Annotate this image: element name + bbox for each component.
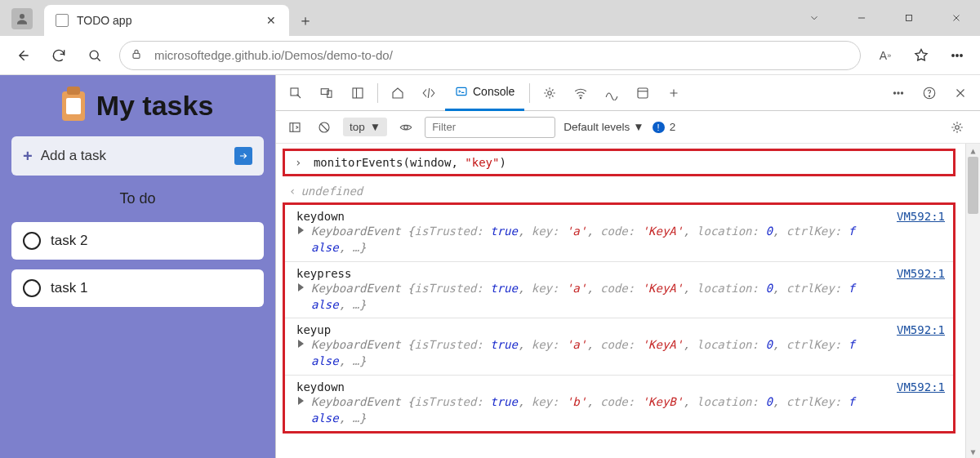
event-object[interactable]: KeyboardEvent {isTrusted: true, key: 'a'… <box>296 223 945 256</box>
devtools-help-icon[interactable] <box>915 78 944 108</box>
scroll-thumb[interactable] <box>968 157 978 214</box>
refresh-button[interactable] <box>42 39 75 72</box>
console-sidebar-toggle-icon[interactable] <box>284 113 305 142</box>
devtools-close-icon[interactable] <box>946 78 975 108</box>
svg-point-23 <box>956 125 960 129</box>
chevron-down-icon: ▼ <box>370 121 381 133</box>
svg-point-2 <box>90 51 98 59</box>
clear-console-icon[interactable] <box>314 113 335 142</box>
source-link[interactable]: VM592:1 <box>897 267 945 280</box>
chevron-down-icon: ▼ <box>633 121 644 133</box>
event-name: keydown <box>296 380 345 394</box>
scroll-up-icon[interactable]: ▲ <box>966 144 980 157</box>
issues-badge-icon: ! <box>653 122 665 133</box>
window-close-icon[interactable] <box>933 0 980 36</box>
task-checkbox[interactable] <box>23 232 41 250</box>
event-object[interactable]: KeyboardEvent {isTrusted: true, key: 'b'… <box>296 394 945 427</box>
window-maximize-icon[interactable] <box>885 0 933 36</box>
svg-point-13 <box>581 97 582 99</box>
console-command-row[interactable]: › monitorEvents(window, "key") <box>283 149 956 176</box>
back-button[interactable] <box>7 39 39 72</box>
console-settings-icon[interactable] <box>942 113 972 142</box>
svg-point-4 <box>952 54 955 56</box>
page-title: My tasks <box>11 90 264 122</box>
issues-button[interactable]: ! 2 <box>653 121 676 133</box>
devtools-panel: Console top ▼ Default levels <box>275 75 980 458</box>
devtools-more-icon[interactable] <box>884 78 913 108</box>
window-chevron-icon[interactable] <box>791 0 838 36</box>
add-task-input[interactable]: + Add a task <box>11 136 264 176</box>
scroll-down-icon[interactable]: ▼ <box>966 445 980 458</box>
expand-icon[interactable] <box>298 283 304 291</box>
command-text: monitorEvents(window, "key") <box>314 156 506 169</box>
svg-point-5 <box>956 54 959 56</box>
application-icon[interactable] <box>628 78 657 108</box>
svg-rect-14 <box>638 88 648 98</box>
scrollbar[interactable]: ▲ ▼ <box>965 144 980 458</box>
add-task-label: Add a task <box>41 148 106 164</box>
expand-icon[interactable] <box>298 340 304 348</box>
event-object[interactable]: KeyboardEvent {isTrusted: true, key: 'a'… <box>296 280 945 313</box>
device-toggle-icon[interactable] <box>312 78 341 108</box>
dock-icon[interactable] <box>343 78 372 108</box>
tab-close-icon[interactable]: ✕ <box>263 14 279 27</box>
console-tab-label: Console <box>473 85 514 98</box>
svg-point-6 <box>960 54 963 56</box>
log-levels-selector[interactable]: Default levels ▼ <box>564 121 644 133</box>
new-tab-button[interactable]: ＋ <box>289 5 322 36</box>
console-log-row[interactable]: keydown VM592:1 KeyboardEvent {isTrusted… <box>285 205 953 262</box>
browser-tab[interactable]: TODO app ✕ <box>44 5 289 36</box>
event-object[interactable]: KeyboardEvent {isTrusted: true, key: 'a'… <box>296 336 945 370</box>
live-expression-icon[interactable] <box>395 113 416 142</box>
webpage: My tasks + Add a task To do task 2 task … <box>0 75 275 458</box>
svg-point-22 <box>404 125 408 129</box>
source-link[interactable]: VM592:1 <box>897 323 945 336</box>
welcome-icon[interactable] <box>383 78 412 108</box>
more-menu-button[interactable] <box>941 39 973 72</box>
svg-rect-10 <box>353 88 363 98</box>
console-log-row[interactable]: keydown VM592:1 KeyboardEvent {isTrusted… <box>285 376 953 432</box>
titlebar: TODO app ✕ ＋ <box>0 0 980 36</box>
elements-icon[interactable] <box>414 78 443 108</box>
address-bar[interactable]: microsoftedge.github.io/Demos/demo-to-do… <box>119 41 861 70</box>
plus-icon: + <box>23 147 33 166</box>
undefined-label: undefined <box>301 185 363 198</box>
svg-point-17 <box>901 91 902 93</box>
section-header: To do <box>11 190 264 207</box>
inspect-icon[interactable] <box>281 78 310 108</box>
add-task-submit-icon[interactable] <box>234 147 252 165</box>
source-link[interactable]: VM592:1 <box>897 380 945 394</box>
lock-icon <box>130 47 143 63</box>
expand-icon[interactable] <box>298 397 304 405</box>
console-log-row[interactable]: keyup VM592:1 KeyboardEvent {isTrusted: … <box>285 318 953 376</box>
search-button[interactable] <box>78 39 111 72</box>
clipboard-icon <box>62 91 85 121</box>
profile-avatar[interactable] <box>11 8 33 29</box>
network-icon[interactable] <box>566 78 595 108</box>
task-row[interactable]: task 1 <box>11 269 264 307</box>
performance-icon[interactable] <box>597 78 626 108</box>
main-split: My tasks + Add a task To do task 2 task … <box>0 75 980 458</box>
console-log-row[interactable]: keypress VM592:1 KeyboardEvent {isTruste… <box>285 262 953 319</box>
window-minimize-icon[interactable] <box>838 0 885 36</box>
task-list: task 2 task 1 <box>11 222 264 317</box>
task-row[interactable]: task 2 <box>11 222 264 260</box>
read-aloud-button[interactable]: A» <box>869 39 902 72</box>
filter-input[interactable] <box>425 117 555 138</box>
return-icon: ‹ <box>289 185 296 198</box>
console-filter-bar: top ▼ Default levels ▼ ! 2 <box>276 111 980 144</box>
url-text: microsoftedge.github.io/Demos/demo-to-do… <box>154 48 393 62</box>
task-checkbox[interactable] <box>23 279 41 297</box>
context-selector[interactable]: top ▼ <box>343 118 387 136</box>
tab-title: TODO app <box>77 14 131 27</box>
sources-icon[interactable] <box>535 78 564 108</box>
source-link[interactable]: VM592:1 <box>897 210 945 223</box>
tab-favicon <box>56 14 69 27</box>
expand-icon[interactable] <box>298 226 304 234</box>
console-return-row: ‹undefined <box>276 181 962 201</box>
window-controls <box>791 0 980 36</box>
more-tabs-icon[interactable] <box>659 78 688 108</box>
console-tab[interactable]: Console <box>445 75 524 111</box>
context-label: top <box>350 121 365 133</box>
favorite-button[interactable] <box>905 39 938 72</box>
